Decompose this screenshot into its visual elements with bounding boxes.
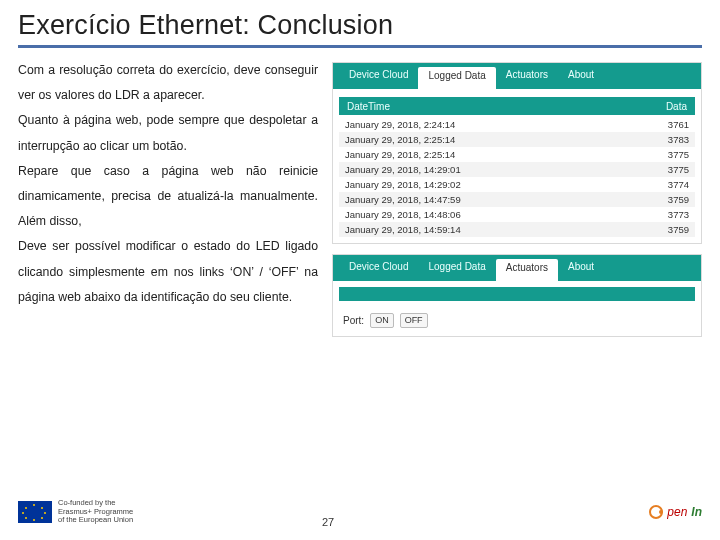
eu-flag-icon: [18, 501, 52, 523]
cell-data: 3761: [622, 117, 695, 132]
paragraph: Quanto à página web, pode sempre que des…: [18, 108, 318, 158]
cell-datetime: January 29, 2018, 14:59:14: [339, 222, 622, 237]
cell-data: 3783: [622, 132, 695, 147]
tab-about[interactable]: About: [558, 63, 604, 89]
slide-title: Exercício Ethernet: Conclusion: [18, 10, 702, 48]
tab-logged-data[interactable]: Logged Data: [418, 255, 495, 281]
paragraph: Com a resolução correta do exercício, de…: [18, 58, 318, 108]
tab-actuators[interactable]: Actuators: [496, 63, 558, 89]
cell-datetime: January 29, 2018, 2:25:14: [339, 132, 622, 147]
port-label: Port:: [343, 315, 364, 326]
table-row: January 29, 2018, 2:25:143783: [339, 132, 695, 147]
cell-datetime: January 29, 2018, 14:47:59: [339, 192, 622, 207]
screenshot-logged-data: Device Cloud Logged Data Actuators About…: [332, 62, 702, 244]
cell-data: 3759: [622, 192, 695, 207]
openin-logo: pen In: [649, 505, 702, 519]
tab-about[interactable]: About: [558, 255, 604, 281]
table-row: January 29, 2018, 14:29:023774: [339, 177, 695, 192]
tab-bar: Device Cloud Logged Data Actuators About: [333, 63, 701, 89]
table-header-bar: DateTime Data: [339, 97, 695, 115]
off-button[interactable]: OFF: [400, 313, 428, 328]
cell-datetime: January 29, 2018, 2:24:14: [339, 117, 622, 132]
cell-datetime: January 29, 2018, 14:29:02: [339, 177, 622, 192]
openin-text: In: [691, 505, 702, 519]
tab-actuators[interactable]: Actuators: [496, 259, 558, 281]
openin-circle-icon: [649, 505, 663, 519]
paragraph: Deve ser possível modificar o estado do …: [18, 234, 318, 310]
table-row: January 29, 2018, 2:24:143761: [339, 117, 695, 132]
screenshot-actuators: Device Cloud Logged Data Actuators About…: [332, 254, 702, 337]
table-row: January 29, 2018, 14:48:063773: [339, 207, 695, 222]
on-button[interactable]: ON: [370, 313, 394, 328]
tab-device-cloud[interactable]: Device Cloud: [339, 63, 418, 89]
tab-logged-data[interactable]: Logged Data: [418, 67, 495, 89]
cell-data: 3759: [622, 222, 695, 237]
eu-text-line: of the European Union: [58, 516, 133, 525]
divider-bar: [339, 287, 695, 301]
table-row: January 29, 2018, 2:25:143775: [339, 147, 695, 162]
cell-data: 3775: [622, 147, 695, 162]
col-header-data: Data: [666, 101, 687, 112]
data-table: January 29, 2018, 2:24:143761 January 29…: [339, 117, 695, 237]
cell-datetime: January 29, 2018, 14:29:01: [339, 162, 622, 177]
cell-datetime: January 29, 2018, 14:48:06: [339, 207, 622, 222]
table-row: January 29, 2018, 14:59:143759: [339, 222, 695, 237]
cell-data: 3774: [622, 177, 695, 192]
openin-text: pen: [667, 505, 687, 519]
body-text: Com a resolução correta do exercício, de…: [18, 58, 318, 337]
page-number: 27: [322, 516, 334, 528]
table-row: January 29, 2018, 14:29:013775: [339, 162, 695, 177]
table-row: January 29, 2018, 14:47:593759: [339, 192, 695, 207]
cell-data: 3773: [622, 207, 695, 222]
cell-datetime: January 29, 2018, 2:25:14: [339, 147, 622, 162]
cell-data: 3775: [622, 162, 695, 177]
tab-device-cloud[interactable]: Device Cloud: [339, 255, 418, 281]
port-row: Port: ON OFF: [333, 307, 701, 336]
eu-cofunded-block: Co-funded by the Erasmus+ Programme of t…: [18, 499, 133, 525]
paragraph: Repare que caso a página web não reinici…: [18, 159, 318, 235]
col-header-datetime: DateTime: [347, 101, 390, 112]
tab-bar: Device Cloud Logged Data Actuators About: [333, 255, 701, 281]
